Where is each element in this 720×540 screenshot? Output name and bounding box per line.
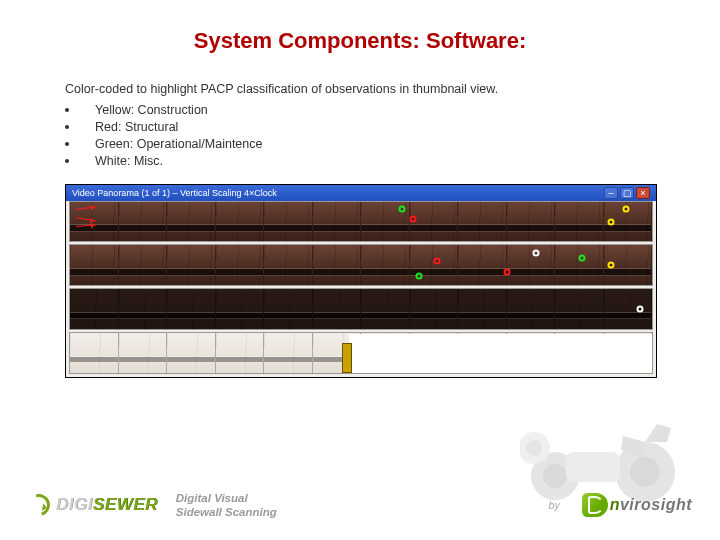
tagline: Digital Visual Sidewall Scanning xyxy=(176,491,277,520)
thumbnail-tile xyxy=(264,245,313,285)
thumbnail-tile xyxy=(313,289,362,329)
thumbnail-tile xyxy=(313,245,362,285)
thumbnail-strip xyxy=(69,244,653,286)
bullet-text: Red: Structural xyxy=(95,119,178,136)
thumbnail-tile xyxy=(264,289,313,329)
window-title-text: Video Panorama (1 of 1) – Vertical Scali… xyxy=(72,185,277,201)
observation-marker-green xyxy=(416,273,423,280)
observation-marker-white xyxy=(637,305,644,312)
thumbnail-tile xyxy=(264,202,313,242)
svg-point-6 xyxy=(526,440,542,456)
thumbnail-tile xyxy=(555,245,604,285)
thumbnail-tile xyxy=(119,202,168,242)
thumbnail-strip xyxy=(69,201,653,243)
thumbnail-tile xyxy=(507,289,556,329)
thumbnail-tile xyxy=(361,245,410,285)
thumbnail-tile xyxy=(555,202,604,242)
thumbnail-tile xyxy=(216,289,265,329)
tagline-line1: Digital Visual xyxy=(176,492,248,504)
bullet-list: Yellow: Construction Red: Structural Gre… xyxy=(65,102,655,170)
svg-point-5 xyxy=(520,432,550,464)
thumbnail-tile xyxy=(458,289,507,329)
digisewer-logo: DIGISEWER xyxy=(28,494,158,516)
position-indicator-icon xyxy=(342,343,352,373)
envirosight-e-icon xyxy=(582,493,608,517)
minimize-icon: – xyxy=(604,187,618,199)
thumbnail-tile xyxy=(70,245,119,285)
thumbnail-tile xyxy=(216,333,265,373)
logo-part-digi: DIGI xyxy=(56,495,93,514)
thumbnail-strip xyxy=(69,288,653,330)
thumbnail-tile xyxy=(119,245,168,285)
footer: DIGISEWER Digital Visual Sidewall Scanni… xyxy=(0,470,720,540)
bullet-item: Red: Structural xyxy=(65,119,655,136)
swoosh-icon xyxy=(24,490,54,520)
thumbnail-tile xyxy=(167,202,216,242)
intro-text: Color-coded to highlight PACP classifica… xyxy=(65,82,655,96)
thumbnail-tile xyxy=(264,333,313,373)
bullet-text: Green: Operational/Maintence xyxy=(95,136,262,153)
thumbnail-tile xyxy=(70,333,119,373)
observation-marker-green xyxy=(579,254,586,261)
screenshot-figure: Video Panorama (1 of 1) – Vertical Scali… xyxy=(65,184,657,378)
thumbnail-strip xyxy=(69,332,653,374)
thumbnail-tile xyxy=(167,333,216,373)
bullet-text: White: Misc. xyxy=(95,153,163,170)
observation-marker-yellow xyxy=(608,219,615,226)
observation-marker-white xyxy=(532,250,539,257)
thumbnail-tile xyxy=(167,245,216,285)
logo-env-part1: n xyxy=(610,496,620,514)
thumbnail-tile xyxy=(313,202,362,242)
logo-env-part2: virosight xyxy=(620,496,692,514)
thumbnail-tile xyxy=(361,289,410,329)
thumbnail-tile xyxy=(119,289,168,329)
thumbnail-tile xyxy=(458,202,507,242)
thumbnail-tile xyxy=(458,245,507,285)
thumbnail-tile xyxy=(216,245,265,285)
bullet-item: Yellow: Construction xyxy=(65,102,655,119)
thumbnail-tile xyxy=(167,289,216,329)
observation-marker-red xyxy=(410,215,417,222)
thumbnail-tile xyxy=(507,202,556,242)
observation-marker-red xyxy=(433,258,440,265)
bullet-text: Yellow: Construction xyxy=(95,102,208,119)
window-titlebar: Video Panorama (1 of 1) – Vertical Scali… xyxy=(66,185,656,201)
thumbnail-tile xyxy=(410,289,459,329)
observation-marker-green xyxy=(398,205,405,212)
slide: System Components: Software: Color-coded… xyxy=(0,0,720,540)
bullet-item: White: Misc. xyxy=(65,153,655,170)
tagline-line2: Sidewall Scanning xyxy=(176,506,277,518)
thumbnail-strips xyxy=(69,201,653,374)
maximize-icon: ▢ xyxy=(620,187,634,199)
thumbnail-tile xyxy=(216,202,265,242)
thumbnail-tile xyxy=(604,289,653,329)
thumbnail-tile xyxy=(410,202,459,242)
by-label: by xyxy=(549,499,560,511)
logo-part-sewer: SEWER xyxy=(93,495,158,514)
blank-overlay xyxy=(349,334,652,373)
observation-marker-yellow xyxy=(622,206,629,213)
bullet-item: Green: Operational/Maintence xyxy=(65,136,655,153)
thumbnail-tile xyxy=(119,333,168,373)
thumbnail-tile xyxy=(507,245,556,285)
thumbnail-tile xyxy=(555,289,604,329)
envirosight-logo: nvirosight xyxy=(582,493,692,517)
observation-marker-red xyxy=(503,269,510,276)
close-icon: × xyxy=(636,187,650,199)
slide-title: System Components: Software: xyxy=(65,28,655,54)
observation-marker-yellow xyxy=(608,262,615,269)
thumbnail-tile xyxy=(70,289,119,329)
